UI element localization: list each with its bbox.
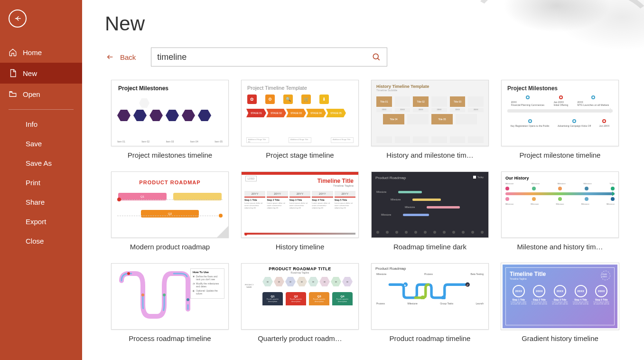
template-caption: Roadmap timeline dark (365, 243, 495, 251)
template-caption: Project stage timeline (235, 151, 365, 159)
back-link[interactable]: Back (105, 53, 136, 61)
thumb-title: Project Milestones (112, 80, 228, 92)
template-thumbnail: Product Roadmap Today Milestone Mileston… (371, 171, 489, 238)
template-tile[interactable]: PRODUCT ROADMAP Q1 Q2 Modern product roa… (105, 171, 235, 251)
template-grid: Project Milestones Item 01Item 02Item 03… (105, 80, 644, 351)
sidebar-nav: Home New Open (0, 42, 82, 104)
template-thumbnail: How To Use ✖Define the flows and task yo… (111, 263, 229, 330)
template-caption: Process roadmap timeline (105, 334, 235, 342)
template-search-input[interactable] (157, 52, 367, 62)
arrow-left-icon (13, 14, 22, 23)
template-caption: Project milestone timeline (495, 151, 625, 159)
page-title: New (105, 12, 644, 35)
template-thumbnail: Project Milestones 20XXFinancial Plannin… (501, 80, 619, 146)
hex-row (117, 110, 223, 121)
sidebar-item-share[interactable]: Share (0, 192, 82, 212)
sidebar-item-label: New (23, 69, 37, 77)
template-caption: Milestone and history tim… (495, 243, 625, 251)
template-tile[interactable]: Product Roadmap MilestoneProcessBeta Tes… (365, 263, 495, 342)
sidebar-item-save[interactable]: Save (0, 134, 82, 153)
back-button[interactable] (9, 9, 27, 28)
sidebar-secondary: Info Save Save As Print Share Export Clo… (0, 114, 82, 251)
sidebar-item-label: Home (23, 48, 42, 57)
backstage-sidebar: Home New Open Info Save Save As Print Sh… (0, 0, 82, 360)
search-icon[interactable] (372, 52, 381, 62)
arrow-left-icon (105, 53, 115, 61)
svg-point-3 (163, 294, 166, 296)
template-caption: Modern product roadmap (105, 243, 235, 251)
template-caption: History and milestone tim… (365, 151, 495, 159)
template-thumbnail: Timeline Title Timeline Tagline YOUR LOG… (501, 263, 619, 330)
sidebar-divider (9, 109, 74, 110)
sidebar-item-home[interactable]: Home (0, 42, 82, 63)
template-thumbnail: PRODUCT ROADMAP Q1 Q2 (111, 171, 229, 238)
new-document-icon (9, 69, 17, 77)
template-tile[interactable]: History Timeline Template Timeline Subti… (365, 80, 495, 159)
template-thumbnail: Our History MilestoneMilestoneMilestoneM… (501, 171, 619, 238)
svg-point-4 (187, 298, 189, 301)
sidebar-item-new[interactable]: New (0, 63, 82, 84)
template-search-box[interactable] (151, 47, 387, 66)
template-tile[interactable]: PRODUCT ROADMAP TITLE Roadmap Tagline PR… (235, 263, 365, 342)
sidebar-item-save-as[interactable]: Save As (0, 153, 82, 173)
template-tile[interactable]: Product Roadmap Today Milestone Mileston… (365, 171, 495, 251)
sidebar-item-export[interactable]: Export (0, 212, 82, 231)
template-tile[interactable]: LOGO Timeline TitleTimeline Tagline 20YY… (235, 171, 365, 251)
search-row: Back (105, 47, 644, 66)
svg-text:▶: ▶ (404, 284, 406, 286)
template-thumbnail: Product Roadmap MilestoneProcessBeta Tes… (371, 263, 489, 330)
folder-open-icon (9, 90, 17, 98)
template-thumbnail: Project Milestones Item 01Item 02Item 03… (111, 80, 229, 146)
template-caption: History timeline (235, 243, 365, 251)
template-tile[interactable]: How To Use ✖Define the flows and task yo… (105, 263, 235, 342)
main-content: New Back Project Milestones Item 01Item … (82, 0, 644, 360)
template-tile[interactable]: Project Milestones 20XXFinancial Plannin… (495, 80, 625, 159)
template-tile[interactable]: Timeline Title Timeline Tagline YOUR LOG… (495, 263, 625, 342)
template-tile[interactable]: Project Milestones Item 01Item 02Item 03… (105, 80, 235, 159)
sidebar-item-open[interactable]: Open (0, 84, 82, 104)
svg-point-1 (127, 272, 130, 275)
template-caption: Product roadmap timeline (365, 334, 495, 342)
svg-text:🚀: 🚀 (466, 284, 469, 287)
template-caption: Gradient history timeline (495, 334, 625, 342)
svg-point-2 (141, 294, 144, 296)
template-tile[interactable]: Project Timeline Template ✿ ⚙ 🔍 🛒 ⬇ STAG… (235, 80, 365, 159)
template-tile[interactable]: Our History MilestoneMilestoneMilestoneM… (495, 171, 625, 251)
template-thumbnail: LOGO Timeline TitleTimeline Tagline 20YY… (241, 171, 359, 238)
home-icon (9, 48, 17, 57)
template-thumbnail: History Timeline Template Timeline Subti… (371, 80, 489, 146)
sidebar-item-close[interactable]: Close (0, 231, 82, 251)
template-thumbnail: PRODUCT ROADMAP TITLE Roadmap Tagline PR… (241, 263, 359, 330)
sidebar-item-label: Open (23, 90, 40, 98)
svg-point-0 (373, 54, 379, 59)
sidebar-item-info[interactable]: Info (0, 114, 82, 134)
sidebar-item-print[interactable]: Print (0, 173, 82, 192)
template-caption: Quarterly product roadm… (235, 334, 365, 342)
template-caption: Project milestones timeline (105, 151, 235, 159)
template-thumbnail: Project Timeline Template ✿ ⚙ 🔍 🛒 ⬇ STAG… (241, 80, 359, 146)
back-link-label: Back (120, 53, 136, 61)
